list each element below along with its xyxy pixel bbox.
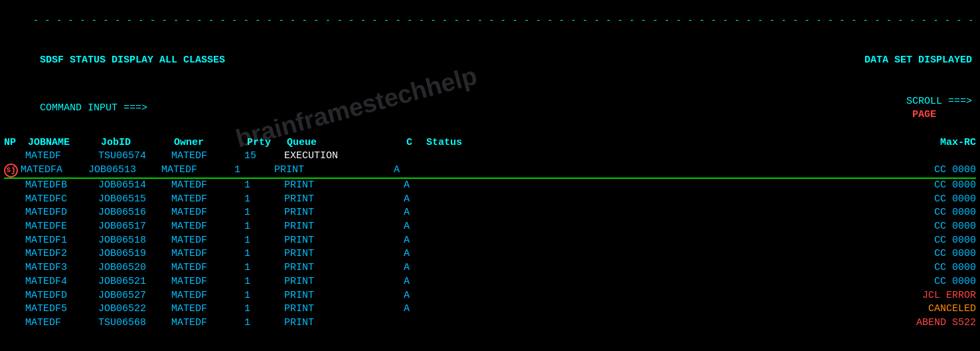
col-owner: Owner [174,136,247,150]
jobid-cell: JOB06521 [98,275,171,289]
jobid-cell: JOB06513 [88,164,161,177]
owner-cell: MATEDF [171,289,244,303]
right-header: DATA SET DISPLAYED [829,40,972,81]
table-row: MATEDFD JOB06516 MATEDF 1 PRINT A CC 000… [4,206,976,220]
np-cell [4,220,25,234]
prty-cell: 1 [244,220,284,234]
col-jobname: JOBNAME [28,136,101,150]
jobname-cell: MATEDF [25,316,98,330]
queue-cell: PRINT [284,179,404,193]
owner-cell: MATEDF [171,275,244,289]
queue-cell: PRINT [284,316,404,330]
queue-cell: PRINT [284,234,404,248]
owner-cell: MATEDF [171,206,244,220]
jobname-cell: MATEDFB [25,179,98,193]
c-cell: A [404,247,424,261]
np-cell [4,179,25,193]
queue-cell: PRINT [284,302,404,316]
c-cell: A [404,275,424,289]
owner-cell: MATEDF [161,164,234,177]
jobid-cell: JOB06527 [98,289,171,303]
np-cell [4,275,25,289]
column-headers: NP JOBNAME JobID Owner Prty Queue C Stat… [4,136,976,150]
prty-cell: 1 [244,316,284,330]
prty-cell: 1 [244,179,284,193]
jobname-cell: MATEDF4 [25,275,98,289]
jobname-cell: MATEDF1 [25,234,98,248]
maxrc-cell: CC 0000 [870,261,976,275]
jobname-cell: MATEDFD [25,206,98,220]
prty-cell: 1 [244,302,284,316]
np-cell [4,289,25,303]
col-prty: Prty [247,136,287,150]
queue-cell: PRINT [284,206,404,220]
owner-cell: MATEDF [171,261,244,275]
table-row: sj MATEDFA JOB06513 MATEDF 1 PRINT A CC … [4,164,976,179]
col-jobid: JobID [101,136,174,150]
table-row: MATEDF2 JOB06519 MATEDF 1 PRINT A CC 000… [4,247,976,261]
c-cell: A [404,179,424,193]
jobname-cell: MATEDF [25,150,98,164]
command-row: COMMAND INPUT ===> SCROLL ===> PAGE [4,81,976,136]
table-row: MATEDFB JOB06514 MATEDF 1 PRINT A CC 000… [4,179,976,193]
queue-cell: PRINT [284,220,404,234]
queue-cell: PRINT [274,164,394,177]
jobname-cell: MATEDFE [25,220,98,234]
maxrc-cell: ABEND S522 [870,316,976,330]
title-text: SDSF STATUS DISPLAY ALL CLASSES [4,40,225,81]
queue-cell: PRINT [284,275,404,289]
maxrc-cell: JCL ERROR [870,289,976,303]
table-row: MATEDF5 JOB06522 MATEDF 1 PRINT A CANCEL… [4,302,976,316]
table-row: MATEDF TSU06568 MATEDF 1 PRINT ABEND S52… [4,316,976,330]
maxrc-cell: CC 0000 [870,234,976,248]
col-queue: Queue [287,136,406,150]
scroll-value: PAGE [912,109,936,120]
prty-cell: 1 [244,234,284,248]
c-cell: A [404,193,424,207]
top-dashes: - - - - - - - - - - - - - - - - - - - - … [4,3,976,39]
c-cell: A [404,206,424,220]
jobid-cell: JOB06519 [98,247,171,261]
jobid-cell: TSU06574 [98,150,171,164]
jobid-cell: JOB06517 [98,220,171,234]
table-row: MATEDFC JOB06515 MATEDF 1 PRINT A CC 000… [4,193,976,207]
owner-cell: MATEDF [171,150,244,164]
maxrc-cell: CC 0000 [870,220,976,234]
maxrc-cell: CC 0000 [870,247,976,261]
prty-cell: 1 [244,206,284,220]
jobid-cell: JOB06515 [98,193,171,207]
queue-cell: PRINT [284,247,404,261]
queue-cell: PRINT [284,193,404,207]
prty-cell: 1 [244,247,284,261]
table-row: MATEDF3 JOB06520 MATEDF 1 PRINT A CC 000… [4,261,976,275]
jobid-cell: JOB06518 [98,234,171,248]
col-np: NP [4,136,28,150]
np-sj-circle: sj [4,164,18,177]
maxrc-cell: CC 0000 [870,193,976,207]
owner-cell: MATEDF [171,234,244,248]
jobname-cell: MATEDFA [21,164,88,177]
maxrc-cell: CC 0000 [870,179,976,193]
c-cell: A [404,234,424,248]
np-cell [4,261,25,275]
header-row: SDSF STATUS DISPLAY ALL CLASSES DATA SET… [4,40,976,81]
table-row: MATEDF TSU06574 MATEDF 15 EXECUTION [4,150,976,164]
terminal-screen: - - - - - - - - - - - - - - - - - - - - … [0,0,980,351]
jobname-cell: MATEDF3 [25,261,98,275]
prty-cell: 1 [244,261,284,275]
c-cell: A [404,220,424,234]
jobname-cell: MATEDF5 [25,302,98,316]
table-row: MATEDFD JOB06527 MATEDF 1 PRINT A JCL ER… [4,289,976,303]
c-cell: A [404,302,424,316]
col-c: C [406,136,426,150]
owner-cell: MATEDF [171,220,244,234]
queue-cell: PRINT [284,261,404,275]
prty-cell: 1 [244,275,284,289]
np-cell [4,206,25,220]
np-cell [4,234,25,248]
maxrc-cell: CC 0000 [870,275,976,289]
jobname-cell: MATEDFC [25,193,98,207]
owner-cell: MATEDF [171,316,244,330]
prty-cell: 1 [244,193,284,207]
data-table: MATEDF TSU06574 MATEDF 15 EXECUTION sj M… [4,150,976,330]
